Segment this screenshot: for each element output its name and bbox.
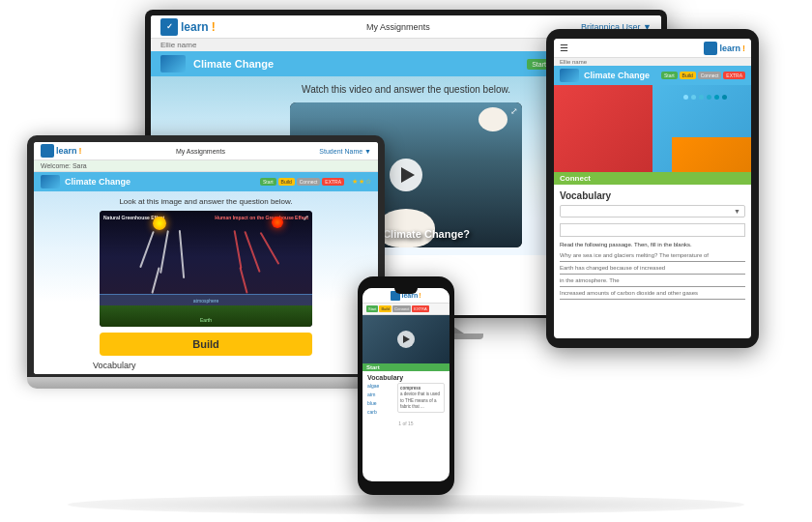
laptop-step-build[interactable]: Build	[278, 178, 295, 186]
laptop-body: Look at this image and answer the questi…	[34, 191, 378, 374]
tablet-step-start[interactable]: Start	[661, 72, 678, 79]
dot-3	[699, 95, 704, 100]
dot-1	[683, 95, 688, 100]
phone-word-1[interactable]: algae	[367, 383, 394, 389]
monitor-instruction: Watch this video and answer the question…	[302, 84, 510, 95]
phone-step-start[interactable]: Start	[366, 305, 378, 312]
star-2: ★	[359, 178, 364, 186]
phone-play-icon	[403, 335, 410, 343]
tablet-fill-line-2: Earth has changed because of increased	[560, 265, 745, 275]
tablet-text-input[interactable]	[560, 223, 745, 237]
tablet-connect-hero: Connect	[554, 85, 751, 172]
phone-vocab-word: compress	[400, 386, 420, 391]
phone-section-label: Start	[362, 363, 450, 371]
arrow-human-2	[244, 231, 260, 273]
phone-device: learn! Start Build Connect EXTRA	[358, 276, 454, 495]
tablet-step-build[interactable]: Build	[680, 72, 696, 79]
laptop-nav: My Assignments	[176, 148, 225, 155]
build-button[interactable]: Build	[100, 333, 312, 356]
tablet-vocab-title: Vocabulary	[560, 190, 745, 201]
star-3: ☆	[365, 178, 371, 186]
tablet-vocab-dropdown[interactable]: ▼	[560, 205, 745, 218]
laptop-step-extra[interactable]: EXTRA	[322, 178, 344, 186]
monitor-logo-text: learn	[181, 20, 209, 34]
phone-word-list: algae atm blue carb	[367, 383, 394, 415]
laptop-nav-assignments[interactable]: My Assignments	[176, 148, 225, 155]
phone-step-connect[interactable]: Connect	[392, 305, 411, 312]
tablet-device: ☰ learn! Ellie name Climate Change Start	[546, 29, 759, 348]
arrow-natural-2	[160, 230, 168, 274]
tablet-fill-line-1: Why are sea ice and glaciers melting? Th…	[560, 252, 745, 262]
tablet-step-buttons: Start Build Connect EXTRA	[661, 72, 745, 79]
phone-step-build[interactable]: Build	[379, 305, 392, 312]
phone-notch	[394, 288, 418, 294]
scene: ✓ learn! My Assignments Britannica User …	[0, 0, 812, 522]
play-icon	[401, 167, 415, 183]
phone-vocab-list: algae atm blue carb compress a device th…	[367, 383, 445, 415]
laptop-header: learn! My Assignments Student Name ▼	[34, 142, 378, 160]
laptop-step-buttons: Start Build Connect EXTRA	[260, 178, 344, 186]
phone-vocab-title: Vocabulary	[367, 374, 445, 381]
chevron-down-icon: ▼	[734, 208, 740, 215]
dot-2	[691, 95, 696, 100]
passage-line-1: Why are sea ice and glaciers melting? Th…	[560, 252, 709, 258]
phone-word-4[interactable]: carb	[367, 409, 394, 415]
tablet-passage-intro: Read the following passage. Then, fill i…	[560, 241, 745, 248]
polar-bear-head	[478, 107, 508, 131]
laptop-screen-outer: learn! My Assignments Student Name ▼ Wel…	[27, 135, 385, 377]
monitor-title-thumb	[160, 55, 186, 72]
dot-6	[722, 95, 727, 100]
tablet-connect-label: Connect	[554, 172, 751, 185]
laptop-stars: ★ ★ ☆	[352, 178, 371, 186]
laptop-title-thumb	[41, 175, 60, 188]
arrow-natural-3	[178, 230, 184, 278]
connect-dots	[683, 95, 732, 100]
laptop-step-start[interactable]: Start	[260, 178, 276, 186]
laptop-logo: learn!	[41, 144, 82, 158]
phone-word-2[interactable]: atm	[367, 392, 394, 397]
phone-outer: learn! Start Build Connect EXTRA	[358, 276, 454, 495]
earth-label: Earth	[200, 317, 212, 323]
phone-definition-box: compress a device that is used to THE me…	[397, 383, 445, 413]
laptop-title-bar: Climate Change Start Build Connect EXTRA…	[34, 172, 378, 191]
tablet-title-thumb	[560, 69, 579, 82]
greenhouse-background: Natural Greenhouse Effect Human Impact o…	[100, 211, 312, 327]
phone-word-3[interactable]: blue	[367, 400, 394, 406]
tablet-vocabulary: Vocabulary ▼ Read the following passage.…	[554, 185, 751, 308]
tablet-fill-line-4: Increased amounts of carbon dioxide and …	[560, 290, 745, 300]
phone-vocabulary: Vocabulary algae atm blue carb compress …	[362, 371, 450, 418]
dot-5	[714, 95, 719, 100]
laptop-logo-text: learn	[56, 146, 77, 156]
monitor-logo-icon: ✓	[160, 18, 178, 36]
atmosphere-layer: atmosphere	[100, 294, 312, 305]
diagram-expand-icon[interactable]: ⤢	[303, 214, 309, 222]
phone-vocab-definition: a device that is used to THE means of a …	[400, 392, 440, 409]
arrow-natural-1	[140, 231, 155, 268]
tablet-logo: learn!	[704, 42, 745, 55]
hamburger-icon[interactable]: ☰	[560, 43, 568, 53]
expand-icon[interactable]: ⤢	[510, 106, 518, 116]
tablet-step-connect[interactable]: Connect	[698, 72, 722, 79]
ground-shadow	[68, 495, 744, 514]
phone-video[interactable]	[362, 315, 450, 363]
tablet-title-text: Climate Change	[584, 71, 656, 80]
laptop-device: learn! My Assignments Student Name ▼ Wel…	[27, 135, 385, 389]
monitor-nav-assignments[interactable]: My Assignments	[366, 22, 430, 32]
phone-play-button[interactable]	[397, 331, 415, 348]
greenhouse-diagram: Natural Greenhouse Effect Human Impact o…	[100, 211, 312, 327]
monitor-play-button[interactable]	[390, 159, 422, 191]
laptop-user[interactable]: Student Name ▼	[319, 148, 371, 155]
arrow-human-1	[233, 230, 241, 269]
monitor-nav: My Assignments	[366, 22, 430, 32]
star-1: ★	[352, 178, 358, 186]
passage-line-3: in the atmosphere. The	[560, 277, 620, 283]
phone-screen: learn! Start Build Connect EXTRA	[362, 288, 450, 481]
passage-line-4: Increased amounts of carbon dioxide and …	[560, 290, 698, 296]
phone-step-extra[interactable]: EXTRA	[412, 305, 428, 312]
tablet-step-extra[interactable]: EXTRA	[723, 72, 745, 79]
tablet-fill-line-3: in the atmosphere. The	[560, 277, 745, 287]
passage-line-2: Earth has changed because of increased	[560, 265, 665, 271]
tablet-logo-icon	[704, 42, 717, 55]
laptop-step-connect[interactable]: Connect	[297, 178, 321, 186]
reflect-natural-1	[152, 267, 160, 293]
